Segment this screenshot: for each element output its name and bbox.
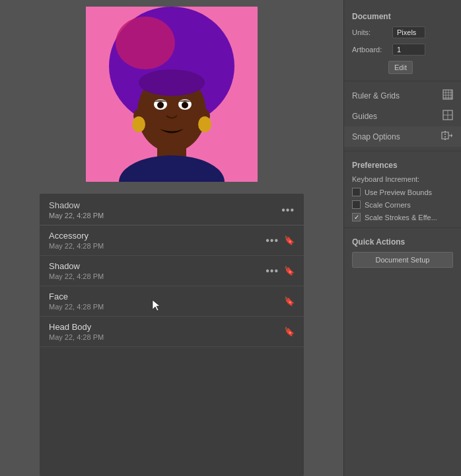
edit-row: Edit — [344, 58, 461, 77]
units-value[interactable]: Pixels — [392, 26, 425, 38]
edit-button[interactable]: Edit — [388, 61, 413, 74]
item-actions: ••• 🔖 — [266, 235, 295, 247]
item-actions: 🔖 — [284, 327, 295, 337]
keyboard-increment-row: Keyboard Increment: — [344, 173, 461, 186]
history-header: Shadow May 22, 4:28 PM ••• — [40, 194, 304, 225]
artboard-row: Artboard: 1 — [344, 41, 461, 58]
guides-icon — [443, 110, 453, 122]
history-item[interactable]: Face May 22, 4:28 PM 🔖 — [40, 286, 304, 317]
checkbox-use-preview-bounds[interactable]: Use Preview Bounds — [344, 186, 461, 198]
artboard-value[interactable]: 1 — [392, 44, 425, 56]
checkbox-scale-corners-box[interactable] — [352, 200, 361, 209]
artboard-label: Artboard: — [352, 46, 388, 54]
item-date: May 22, 4:28 PM — [49, 272, 104, 280]
bookmark-icon[interactable]: 🔖 — [284, 235, 295, 245]
document-section-title: Document — [344, 7, 461, 24]
ruler-grids-icon — [443, 89, 453, 102]
document-setup-button[interactable]: Document Setup — [352, 252, 453, 268]
snap-options-label: Snap Options — [352, 132, 400, 141]
keyboard-increment-label: Keyboard Increment: — [352, 175, 438, 183]
checkbox-scale-strokes-label: Scale Strokes & Effe... — [365, 214, 437, 221]
item-date: May 22, 4:28 PM — [49, 242, 104, 250]
item-actions: ••• 🔖 — [266, 265, 295, 277]
quick-actions-title: Quick Actions — [344, 232, 461, 249]
divider — [344, 227, 461, 228]
guides-label: Guides — [352, 112, 377, 121]
svg-point-12 — [157, 102, 164, 108]
item-name: Shadow — [49, 261, 104, 271]
units-label: Units: — [352, 28, 388, 36]
left-panel: Shadow May 22, 4:28 PM ••• Accessory May… — [0, 0, 343, 476]
units-row: Units: Pixels — [344, 24, 461, 41]
history-header-title: Shadow — [49, 200, 104, 210]
divider — [344, 81, 461, 81]
item-name: Head Body — [49, 322, 104, 332]
divider — [344, 151, 461, 151]
snap-options-icon — [441, 130, 453, 143]
item-name: Face — [49, 292, 104, 301]
svg-marker-27 — [451, 134, 452, 138]
bookmark-icon[interactable]: 🔖 — [284, 327, 295, 337]
checkbox-use-preview-bounds-label: Use Preview Bounds — [365, 188, 432, 196]
checkbox-scale-strokes[interactable]: ✓ Scale Strokes & Effe... — [344, 211, 461, 223]
item-dots[interactable]: ••• — [266, 265, 279, 277]
checkbox-scale-corners-label: Scale Corners — [365, 201, 411, 209]
history-panel: Shadow May 22, 4:28 PM ••• Accessory May… — [40, 194, 304, 476]
svg-point-8 — [132, 116, 145, 132]
ruler-grids-row[interactable]: Ruler & Grids — [344, 85, 461, 106]
right-panel: Document Units: Pixels Artboard: 1 Edit … — [343, 0, 461, 476]
history-item[interactable]: Head Body May 22, 4:28 PM 🔖 — [40, 317, 304, 347]
checkbox-scale-corners[interactable]: Scale Corners — [344, 198, 461, 211]
item-date: May 22, 4:28 PM — [49, 333, 104, 341]
item-dots[interactable]: ••• — [266, 235, 279, 247]
svg-point-2 — [116, 17, 175, 69]
checkbox-use-preview-bounds-box[interactable] — [352, 188, 361, 196]
checkmark-icon: ✓ — [354, 214, 359, 221]
preferences-section-title: Preferences — [344, 155, 461, 173]
artwork-container — [86, 7, 258, 182]
bookmark-icon[interactable]: 🔖 — [284, 296, 295, 306]
ruler-grids-label: Ruler & Grids — [352, 91, 400, 100]
history-header-dots[interactable]: ••• — [281, 204, 295, 216]
item-name: Accessory — [49, 231, 104, 241]
svg-point-9 — [198, 116, 211, 132]
svg-rect-25 — [442, 132, 448, 139]
item-date: May 22, 4:28 PM — [49, 303, 104, 311]
history-header-date: May 22, 4:28 PM — [49, 212, 104, 219]
bookmark-icon[interactable]: 🔖 — [284, 266, 295, 276]
guides-row[interactable]: Guides — [344, 106, 461, 126]
history-item[interactable]: Accessory May 22, 4:28 PM ••• 🔖 — [40, 225, 304, 256]
snap-options-row[interactable]: Snap Options — [344, 126, 461, 147]
checkbox-scale-strokes-box[interactable]: ✓ — [352, 213, 361, 221]
item-actions: 🔖 — [284, 296, 295, 306]
svg-point-13 — [182, 102, 188, 108]
svg-point-14 — [139, 69, 205, 96]
history-item[interactable]: Shadow May 22, 4:28 PM ••• 🔖 — [40, 256, 304, 286]
